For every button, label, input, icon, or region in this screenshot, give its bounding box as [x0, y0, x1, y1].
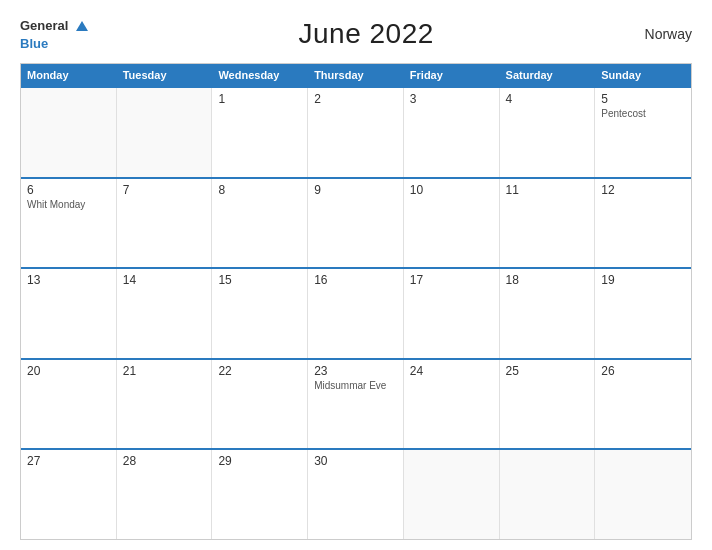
calendar-cell: 30 — [308, 450, 404, 539]
calendar-cell: 4 — [500, 88, 596, 177]
day-number: 2 — [314, 92, 397, 106]
header-thursday: Thursday — [308, 64, 404, 86]
day-number: 22 — [218, 364, 301, 378]
logo-bottom: Blue — [20, 34, 88, 52]
calendar-cell: 23Midsummar Eve — [308, 360, 404, 449]
calendar-cell: 21 — [117, 360, 213, 449]
calendar-cell: 13 — [21, 269, 117, 358]
calendar-cell: 7 — [117, 179, 213, 268]
day-event: Midsummar Eve — [314, 380, 397, 391]
calendar-cell: 17 — [404, 269, 500, 358]
calendar-cell: 22 — [212, 360, 308, 449]
header-sunday: Sunday — [595, 64, 691, 86]
calendar-cell: 3 — [404, 88, 500, 177]
calendar-cell — [500, 450, 596, 539]
day-number: 17 — [410, 273, 493, 287]
calendar-row-2: 6Whit Monday789101112 — [21, 177, 691, 268]
day-number: 26 — [601, 364, 685, 378]
day-number: 5 — [601, 92, 685, 106]
day-number: 1 — [218, 92, 301, 106]
logo-blue-text: Blue — [20, 36, 48, 51]
calendar-cell: 27 — [21, 450, 117, 539]
calendar-cell: 9 — [308, 179, 404, 268]
calendar-cell: 15 — [212, 269, 308, 358]
logo-triangle-icon — [76, 21, 88, 31]
day-number: 24 — [410, 364, 493, 378]
calendar-cell: 6Whit Monday — [21, 179, 117, 268]
day-number: 23 — [314, 364, 397, 378]
calendar-cell: 29 — [212, 450, 308, 539]
calendar-cell: 5Pentecost — [595, 88, 691, 177]
day-number: 13 — [27, 273, 110, 287]
calendar-cell — [21, 88, 117, 177]
day-number: 10 — [410, 183, 493, 197]
calendar-cell: 1 — [212, 88, 308, 177]
calendar-cell: 16 — [308, 269, 404, 358]
day-number: 28 — [123, 454, 206, 468]
calendar-row-4: 20212223Midsummar Eve242526 — [21, 358, 691, 449]
country-label: Norway — [645, 26, 692, 42]
calendar-cell: 2 — [308, 88, 404, 177]
calendar-cell: 24 — [404, 360, 500, 449]
day-number: 9 — [314, 183, 397, 197]
day-number: 6 — [27, 183, 110, 197]
day-number: 3 — [410, 92, 493, 106]
day-number: 19 — [601, 273, 685, 287]
calendar-cell — [117, 88, 213, 177]
day-number: 21 — [123, 364, 206, 378]
day-event: Pentecost — [601, 108, 685, 119]
day-number: 12 — [601, 183, 685, 197]
day-event: Whit Monday — [27, 199, 110, 210]
calendar-cell — [404, 450, 500, 539]
header-saturday: Saturday — [500, 64, 596, 86]
day-number: 8 — [218, 183, 301, 197]
day-number: 14 — [123, 273, 206, 287]
day-number: 20 — [27, 364, 110, 378]
header-wednesday: Wednesday — [212, 64, 308, 86]
calendar-cell: 8 — [212, 179, 308, 268]
logo-top: General — [20, 16, 88, 34]
calendar-row-3: 13141516171819 — [21, 267, 691, 358]
day-number: 30 — [314, 454, 397, 468]
logo-general-text: General — [20, 18, 68, 33]
calendar-cell: 18 — [500, 269, 596, 358]
day-number: 29 — [218, 454, 301, 468]
calendar-cell: 28 — [117, 450, 213, 539]
header-friday: Friday — [404, 64, 500, 86]
day-number: 27 — [27, 454, 110, 468]
calendar-cell: 14 — [117, 269, 213, 358]
calendar-cell — [595, 450, 691, 539]
logo: General Blue — [20, 16, 88, 51]
calendar: Monday Tuesday Wednesday Thursday Friday… — [20, 63, 692, 540]
day-number: 18 — [506, 273, 589, 287]
calendar-cell: 11 — [500, 179, 596, 268]
day-number: 11 — [506, 183, 589, 197]
calendar-cell: 26 — [595, 360, 691, 449]
calendar-day-headers: Monday Tuesday Wednesday Thursday Friday… — [21, 64, 691, 86]
calendar-cell: 10 — [404, 179, 500, 268]
page: General Blue June 2022 Norway Monday Tue… — [0, 0, 712, 550]
header-tuesday: Tuesday — [117, 64, 213, 86]
calendar-title: June 2022 — [299, 18, 434, 50]
day-number: 15 — [218, 273, 301, 287]
calendar-row-5: 27282930 — [21, 448, 691, 539]
day-number: 4 — [506, 92, 589, 106]
calendar-cell: 19 — [595, 269, 691, 358]
calendar-body: 12345Pentecost6Whit Monday78910111213141… — [21, 86, 691, 539]
day-number: 25 — [506, 364, 589, 378]
calendar-cell: 12 — [595, 179, 691, 268]
day-number: 16 — [314, 273, 397, 287]
calendar-header: General Blue June 2022 Norway — [20, 16, 692, 51]
calendar-row-1: 12345Pentecost — [21, 86, 691, 177]
calendar-cell: 20 — [21, 360, 117, 449]
day-number: 7 — [123, 183, 206, 197]
header-monday: Monday — [21, 64, 117, 86]
calendar-cell: 25 — [500, 360, 596, 449]
